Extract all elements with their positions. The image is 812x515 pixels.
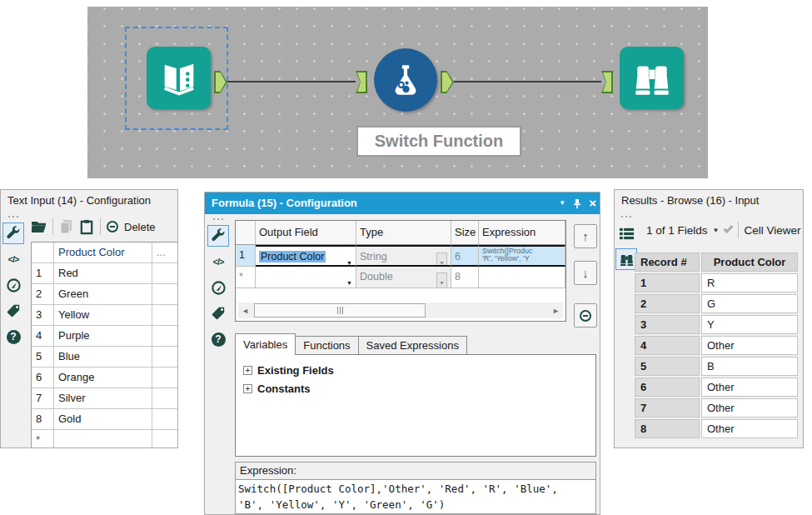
results-panel-title: Results - Browse (16) - Input bbox=[615, 190, 803, 212]
table-row: 5B bbox=[635, 357, 798, 376]
column-header[interactable]: Product Color bbox=[54, 242, 152, 263]
cell-viewer-button[interactable]: Cell Viewer bbox=[744, 224, 800, 237]
expression-editor[interactable]: Switch([Product Color],'Other', 'Red', '… bbox=[235, 479, 596, 514]
formula-expression-grid: Output Field Type Size Expression 1 ▼ Pr… bbox=[235, 220, 566, 322]
size-cell[interactable]: 6 bbox=[451, 245, 479, 267]
formula-helper-tabs: Variables Functions Saved Expressions bbox=[235, 333, 466, 355]
type-dropdown[interactable]: ▼ String bbox=[356, 245, 451, 267]
delete-button-label[interactable]: Delete bbox=[124, 221, 156, 233]
connection-wire-1 bbox=[227, 81, 356, 82]
table-row: 1Red bbox=[32, 263, 178, 284]
results-toolbar: 1 of 1 Fields ▼ Cell Viewer bbox=[638, 212, 803, 248]
formula-sidebar: </> ? bbox=[205, 214, 232, 514]
panel-drag-handle[interactable] bbox=[615, 216, 638, 218]
table-row: 4Purple bbox=[32, 326, 178, 347]
panel-menu-dropdown-icon[interactable]: ▼ bbox=[559, 192, 565, 214]
output-field-dropdown[interactable]: ▼ Product Color bbox=[256, 245, 356, 267]
table-row: 5Blue bbox=[32, 347, 178, 368]
configuration-wrench-icon[interactable] bbox=[3, 223, 23, 243]
variables-tree: Existing Fields Constants bbox=[235, 354, 596, 457]
formula-output-anchor[interactable] bbox=[441, 71, 454, 93]
table-row: 6Orange bbox=[32, 368, 178, 388]
expression-label: Expression: bbox=[235, 462, 596, 479]
table-row: 3Yellow bbox=[32, 305, 178, 326]
grid-horizontal-scrollbar[interactable]: ◄ ► bbox=[238, 302, 563, 318]
column-header-more[interactable]: ... bbox=[152, 242, 178, 263]
remove-row-button[interactable] bbox=[574, 303, 597, 328]
fields-selector[interactable]: 1 of 1 Fields bbox=[646, 224, 708, 237]
results-data-table: Record # Product Color 1R 2G 3Y 4Other 5… bbox=[635, 252, 798, 440]
text-input-output-anchor[interactable] bbox=[214, 71, 227, 93]
move-row-down-button[interactable]: ↓ bbox=[574, 261, 597, 285]
xml-code-icon[interactable]: </> bbox=[208, 252, 228, 272]
size-cell[interactable]: 8 bbox=[451, 267, 479, 288]
panel-drag-handle[interactable] bbox=[1, 216, 26, 218]
xml-code-icon[interactable]: </> bbox=[3, 249, 23, 269]
formula-config-panel: Formula (15) - Configuration ▼ × </> ? O… bbox=[204, 192, 600, 515]
browse-input-anchor[interactable] bbox=[601, 71, 613, 93]
help-icon[interactable]: ? bbox=[208, 329, 228, 349]
scrollbar-thumb[interactable] bbox=[254, 303, 426, 318]
workflow-canvas[interactable]: Switch Function bbox=[87, 7, 708, 178]
type-dropdown[interactable]: ▼ Double bbox=[356, 267, 451, 288]
move-row-up-button[interactable]: ↑ bbox=[574, 224, 597, 248]
text-input-data-grid: Product Color ... 1Red 2Green 3Yellow 4P… bbox=[31, 242, 178, 448]
table-row: 7Silver bbox=[32, 388, 178, 409]
open-folder-icon[interactable] bbox=[31, 220, 47, 233]
grid-header-row: Product Color ... bbox=[32, 242, 178, 263]
browse-binoculars-icon bbox=[631, 58, 673, 99]
tag-icon[interactable] bbox=[208, 303, 228, 323]
results-browse-panel: Results - Browse (16) - Input 1 of 1 Fie… bbox=[614, 189, 804, 448]
table-row: 1R bbox=[635, 273, 798, 292]
grid-row-new: * ▼ ▼ Double 8 bbox=[236, 267, 565, 288]
table-row: 8Other bbox=[635, 419, 798, 438]
scroll-right-icon[interactable]: ► bbox=[549, 307, 563, 315]
formula-tool[interactable] bbox=[374, 48, 437, 112]
table-row: 7Other bbox=[635, 398, 798, 418]
connection-wire-2 bbox=[454, 81, 601, 82]
help-icon[interactable]: ? bbox=[3, 327, 23, 347]
expression-cell[interactable] bbox=[479, 267, 565, 288]
fields-dropdown-icon[interactable]: ▼ bbox=[713, 227, 720, 234]
metadata-list-icon[interactable] bbox=[616, 223, 636, 243]
table-row: 4Other bbox=[635, 336, 798, 355]
tab-functions[interactable]: Functions bbox=[295, 336, 358, 355]
formula-input-anchor[interactable] bbox=[356, 71, 367, 93]
formula-panel-title: Formula (15) - Configuration ▼ × bbox=[205, 192, 600, 214]
annotation-icon[interactable] bbox=[3, 275, 23, 295]
configuration-wrench-icon[interactable] bbox=[208, 226, 228, 246]
apply-checkmark-icon[interactable] bbox=[724, 223, 734, 233]
table-row: 3Y bbox=[635, 315, 798, 334]
copy-icon[interactable] bbox=[59, 219, 73, 234]
tree-item-existing-fields[interactable]: Existing Fields bbox=[243, 361, 595, 379]
pin-icon[interactable] bbox=[573, 198, 581, 209]
scroll-left-icon[interactable]: ◄ bbox=[238, 307, 252, 315]
results-header-row: Record # Product Color bbox=[635, 252, 798, 272]
table-row: 2Green bbox=[32, 284, 178, 305]
text-input-toolbar: Delete bbox=[26, 212, 177, 242]
close-icon[interactable]: × bbox=[589, 192, 596, 214]
table-row: 2G bbox=[635, 294, 798, 313]
panel-drag-handle[interactable] bbox=[205, 218, 232, 220]
browse-tool[interactable] bbox=[620, 47, 684, 109]
grid-row-selected: 1 ▼ Product Color ▼ String 6 Switch([Pro… bbox=[236, 245, 565, 267]
tag-icon[interactable] bbox=[3, 301, 23, 321]
tree-item-constants[interactable]: Constants bbox=[243, 379, 595, 398]
text-input-panel-title: Text Input (14) - Configuration bbox=[1, 190, 177, 212]
formula-flask-icon bbox=[385, 59, 426, 101]
annotation-icon[interactable] bbox=[208, 278, 228, 298]
tool-annotation-label: Switch Function bbox=[356, 126, 521, 157]
table-row: 6Other bbox=[635, 378, 798, 397]
expression-cell[interactable]: Switch([Produc 'R', 'Yellow', 'Y bbox=[479, 245, 565, 267]
grid-header-row: Output Field Type Size Expression bbox=[236, 221, 565, 245]
browse-data-binoculars-icon[interactable] bbox=[616, 249, 636, 269]
table-row-new: * bbox=[32, 430, 178, 448]
expand-plus-icon[interactable] bbox=[243, 384, 252, 393]
paste-clipboard-icon[interactable] bbox=[79, 219, 94, 235]
text-input-tool[interactable] bbox=[147, 47, 211, 109]
tab-saved-expressions[interactable]: Saved Expressions bbox=[358, 336, 467, 355]
output-field-dropdown[interactable]: ▼ bbox=[256, 267, 356, 288]
expand-plus-icon[interactable] bbox=[243, 366, 252, 375]
tab-variables[interactable]: Variables bbox=[235, 333, 296, 355]
delete-minus-icon[interactable] bbox=[107, 221, 118, 232]
